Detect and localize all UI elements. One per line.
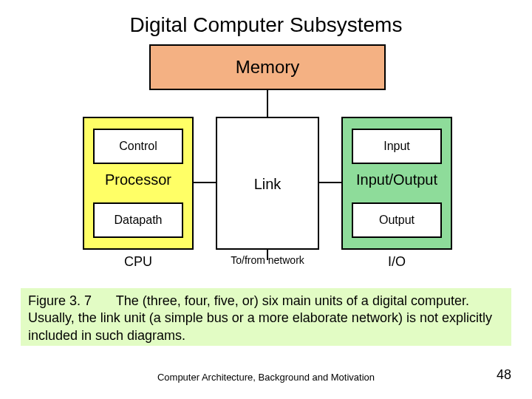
processor-block: Control Processor Datapath	[83, 117, 194, 250]
processor-label: Processor	[84, 171, 192, 188]
caption-text: The (three, four, five, or) six main uni…	[28, 293, 492, 343]
input-unit: Input	[352, 129, 442, 164]
datapath-unit: Datapath	[93, 202, 183, 238]
connector-line	[194, 182, 216, 183]
figure-caption: Figure 3. 7 The (three, four, five, or) …	[21, 288, 511, 346]
network-label: To/from network	[216, 254, 319, 266]
control-unit: Control	[93, 129, 183, 164]
figure-id: Figure 3. 7	[28, 293, 92, 308]
cpu-label: CPU	[83, 254, 194, 270]
link-block: Link	[216, 117, 319, 250]
subsystems-diagram: Memory Control Processor Datapath Link I…	[83, 43, 452, 284]
output-unit: Output	[352, 202, 442, 238]
connector-line	[267, 90, 268, 117]
connector-line	[319, 182, 341, 183]
io-under-label: I/O	[341, 254, 452, 270]
memory-block: Memory	[149, 44, 386, 90]
io-label: Input/Output	[343, 171, 451, 188]
io-block: Input Input/Output Output	[341, 117, 452, 250]
footer-text: Computer Architecture, Background and Mo…	[0, 372, 532, 383]
slide-title: Digital Computer Subsystems	[0, 13, 532, 37]
page-number: 48	[497, 367, 511, 383]
link-label: Link	[217, 176, 318, 193]
